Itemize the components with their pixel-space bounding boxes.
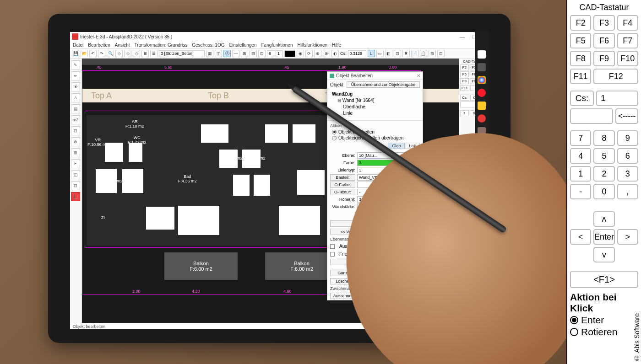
tool-icon[interactable]: ⊕ — [314, 50, 321, 57]
key-2[interactable]: 2 — [593, 166, 614, 182]
key-minus[interactable]: - — [570, 184, 591, 199]
ofarbe-button[interactable]: O-Farbe: — [330, 182, 355, 188]
layer-field[interactable]: 3 [Stützen_Beton] — [159, 50, 205, 57]
tool-icon[interactable]: 📄 — [411, 50, 418, 57]
dialog-titlebar[interactable]: Objekt Bearbeiten ✕ — [327, 72, 423, 80]
pen3d-icon[interactable]: ✏ — [71, 71, 80, 80]
color-field[interactable] — [284, 50, 295, 57]
menu-fang[interactable]: Fangfunktionen — [261, 43, 293, 48]
m2-icon[interactable]: m2 — [71, 115, 80, 124]
tool-icon[interactable]: ⟳ — [305, 50, 313, 57]
misc-icon[interactable]: ⊡ — [71, 181, 80, 190]
object-tree[interactable]: WandZug ⊟ Wand [Nr 1664] Oberfläche Lini… — [327, 89, 423, 118]
key-f1[interactable]: <F1> — [570, 271, 638, 288]
chk-frieren[interactable] — [330, 252, 335, 257]
hatch-icon[interactable]: ▤ — [71, 104, 80, 113]
eye-icon[interactable]: 👁 — [71, 82, 80, 91]
undo-icon[interactable]: ↶ — [89, 50, 97, 57]
tool-icon[interactable]: ◇ — [133, 50, 140, 57]
cs-input[interactable]: 1 — [596, 91, 638, 106]
menu-hilfs[interactable]: Hilfsfunktionen — [297, 43, 327, 48]
bauteil-button[interactable]: Bauteil: — [330, 174, 355, 181]
menu-einstellungen[interactable]: Einstellungen — [229, 43, 256, 48]
key-f6[interactable]: F6 — [593, 33, 614, 48]
minimize-button[interactable]: — — [460, 34, 465, 40]
key-f2[interactable]: F2 — [570, 15, 591, 31]
take-to-input-button[interactable]: Übernahme und zur Objekteingabe — [347, 81, 420, 88]
key-f9[interactable]: F9 — [593, 51, 614, 66]
menubar[interactable]: Datei Bearbeiten Ansicht Transformation:… — [70, 41, 489, 48]
radio-action-enter[interactable] — [570, 316, 578, 324]
chk-ausblenden[interactable] — [330, 244, 335, 249]
tool-icon[interactable]: ⊞ — [429, 50, 436, 57]
tool-icon[interactable]: ◉ — [297, 50, 304, 57]
misc-icon[interactable]: ◫ — [71, 170, 80, 179]
save-icon[interactable]: 💾 — [72, 50, 79, 57]
tool-icon[interactable]: ◫ — [215, 50, 222, 57]
key-f4[interactable]: F4 — [617, 15, 638, 31]
key-5[interactable]: 5 — [593, 148, 614, 164]
key-f12[interactable]: F12 — [593, 69, 638, 84]
explorer-icon[interactable] — [478, 102, 486, 110]
layer-icon[interactable]: ≣ — [150, 50, 158, 57]
key-f10[interactable]: F10 — [617, 51, 638, 66]
tool-icon[interactable]: ⊗ — [323, 50, 330, 57]
menu-transformation[interactable]: Transformation: Grundriss — [135, 43, 188, 48]
key-up[interactable]: ᴧ — [593, 211, 615, 227]
screen-icon[interactable]: 🖥 — [141, 50, 149, 57]
one-field[interactable]: 1 — [276, 50, 283, 57]
key-comma[interactable]: , — [617, 184, 638, 199]
key-7[interactable]: 7 — [570, 130, 591, 146]
zoom-icon[interactable]: 🔍 — [107, 50, 114, 57]
l-tool-icon[interactable]: L — [368, 50, 375, 57]
grid-icon[interactable]: ⊞ — [71, 148, 80, 157]
radio-action-rotieren[interactable] — [570, 328, 578, 336]
key-left[interactable]: < — [570, 229, 591, 245]
num-field[interactable]: 8 — [267, 50, 274, 57]
key-f11[interactable]: F11 — [570, 69, 591, 84]
cancel-icon[interactable]: ⊗ — [71, 137, 80, 146]
menu-hilfe[interactable]: Hilfe — [332, 43, 341, 48]
key-down[interactable]: v — [593, 247, 615, 262]
app-icon[interactable] — [478, 114, 486, 123]
key-8[interactable]: 8 — [593, 130, 614, 146]
redo-icon[interactable]: ↷ — [98, 50, 105, 57]
chrome-icon[interactable] — [478, 76, 486, 84]
settings-icon[interactable]: ✖ — [402, 50, 410, 57]
cut-icon[interactable]: ✂ — [71, 159, 80, 168]
tool-icon[interactable]: ▦ — [206, 50, 213, 57]
backspace-key[interactable]: <----- — [615, 108, 638, 124]
key-6[interactable]: 6 — [617, 148, 638, 164]
tool-icon[interactable]: ⊟ — [250, 50, 257, 57]
tool-icon[interactable]: — — [232, 50, 239, 57]
opera-icon[interactable] — [478, 89, 486, 97]
tool-icon[interactable]: ◇ — [115, 50, 123, 57]
key-f5[interactable]: F5 — [570, 33, 591, 48]
menu-datei[interactable]: Datei — [73, 43, 83, 48]
a-tool-icon[interactable]: Ⓐ — [223, 50, 231, 57]
key-f3[interactable]: F3 — [593, 15, 614, 31]
tab-glob[interactable]: Glob — [388, 143, 405, 149]
open-icon[interactable]: 📂 — [81, 50, 88, 57]
windows-start-icon[interactable] — [478, 50, 486, 59]
menu-ansicht[interactable]: Ansicht — [115, 43, 130, 48]
key-9[interactable]: 9 — [617, 130, 638, 146]
key-3[interactable]: 3 — [617, 166, 638, 182]
key-enter[interactable]: Enter — [593, 229, 615, 245]
radio-transfer[interactable] — [332, 136, 337, 140]
tool-icon[interactable]: ◐ — [331, 50, 339, 57]
cs-field[interactable]: 0.3125 — [348, 50, 366, 57]
pen-icon[interactable]: ✎ — [71, 60, 80, 70]
key-0[interactable]: 0 — [593, 184, 614, 199]
key-f7[interactable]: F7 — [617, 33, 638, 48]
quote-icon[interactable]: ⊡ — [71, 126, 80, 135]
radio-edit[interactable] — [332, 130, 337, 134]
taskview-icon[interactable] — [478, 63, 486, 71]
expression-input[interactable] — [570, 108, 613, 124]
otextur-button[interactable]: O-Textur: — [330, 189, 355, 195]
menu-bearbeiten[interactable]: Bearbeiten — [88, 43, 110, 48]
tool-icon[interactable]: ⊡ — [394, 50, 401, 57]
tool-icon[interactable]: 📋 — [420, 50, 427, 57]
menu-geschoss[interactable]: Geschoss: 1OG — [192, 43, 224, 48]
key-4[interactable]: 4 — [570, 148, 591, 164]
